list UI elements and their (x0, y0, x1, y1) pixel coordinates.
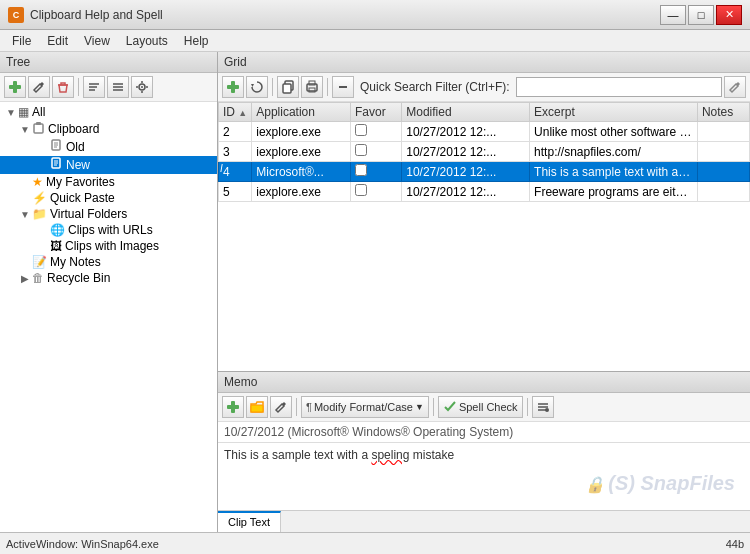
col-header-favor[interactable]: Favor (351, 103, 402, 122)
tree-item-favorites[interactable]: ★ My Favorites (0, 174, 217, 190)
memo-add-button[interactable] (222, 396, 244, 418)
grid-add-button[interactable] (222, 76, 244, 98)
table-row[interactable]: 5 iexplore.exe 10/27/2012 12:... Freewar… (219, 182, 750, 202)
memo-toolbar: ¶ Modify Format/Case ▼ Spell Check (218, 393, 750, 422)
tree-item-new[interactable]: New (0, 156, 217, 174)
spell-label: Spell Check (459, 401, 518, 413)
memo-sep2 (433, 398, 434, 416)
format-icon: ¶ (306, 401, 312, 413)
close-button[interactable]: ✕ (716, 5, 742, 25)
memo-sep1 (296, 398, 297, 416)
menu-file[interactable]: File (4, 32, 39, 50)
menubar: File Edit View Layouts Help (0, 30, 750, 52)
svg-rect-18 (34, 124, 43, 133)
cell-modified: 10/27/2012 12:... (402, 162, 530, 182)
expand-clipboard-icon[interactable]: ▼ (18, 122, 32, 136)
table-row[interactable]: 3 iexplore.exe 10/27/2012 12:... http://… (219, 142, 750, 162)
tree-label-notes: My Notes (50, 255, 101, 269)
tree-item-recycle[interactable]: ▶ 🗑 Recycle Bin (0, 270, 217, 286)
favorites-icon: ★ (32, 175, 43, 189)
table-row[interactable]: I4 Microsoft®... 10/27/2012 12:... This … (219, 162, 750, 182)
tree-label-clipboard: Clipboard (48, 122, 99, 136)
dropdown-arrow-icon: ▼ (415, 402, 424, 412)
tree-edit-button[interactable] (28, 76, 50, 98)
tree-item-clipboard[interactable]: ▼ Clipboard (0, 120, 217, 138)
grid-dash-button[interactable] (332, 76, 354, 98)
col-header-application[interactable]: Application (252, 103, 351, 122)
maximize-button[interactable]: □ (688, 5, 714, 25)
cell-favor[interactable] (351, 162, 402, 182)
tree-sort-button[interactable] (83, 76, 105, 98)
favor-checkbox[interactable] (355, 144, 367, 156)
tab-clip-text[interactable]: Clip Text (218, 511, 281, 532)
tree-label-quickpaste: Quick Paste (50, 191, 115, 205)
tree-label-new: New (66, 158, 90, 172)
memo-date-line: 10/27/2012 (Microsoft® Windows® Operatin… (218, 422, 750, 443)
search-label: Quick Search Filter (Ctrl+F): (360, 80, 510, 94)
favor-checkbox[interactable] (355, 164, 367, 176)
minimize-button[interactable]: — (660, 5, 686, 25)
cell-notes (697, 182, 749, 202)
favor-checkbox[interactable] (355, 184, 367, 196)
memo-text-area: This is a sample text with a speling mis… (218, 443, 750, 510)
expand-recycle-icon[interactable]: ▶ (18, 271, 32, 285)
clipurls-icon: 🌐 (50, 223, 65, 237)
tree-toolbar-separator (78, 78, 79, 96)
tree-item-all[interactable]: ▼ ▦ All (0, 104, 217, 120)
memo-options-button[interactable] (532, 396, 554, 418)
tree-content: ▼ ▦ All ▼ Clipboard Old (0, 102, 217, 532)
cell-excerpt: http://snapfiles.com/ (530, 142, 698, 162)
spell-check-button[interactable]: Spell Check (438, 396, 523, 418)
right-panel: Grid Quick Search Filt (218, 52, 750, 532)
tree-add-button[interactable] (4, 76, 26, 98)
tree-item-quickpaste[interactable]: ⚡ Quick Paste (0, 190, 217, 206)
tree-settings-button[interactable] (131, 76, 153, 98)
col-header-modified[interactable]: Modified (402, 103, 530, 122)
grid-toolbar-sep1 (272, 78, 273, 96)
grid-print-button[interactable] (301, 76, 323, 98)
col-header-excerpt[interactable]: Excerpt (530, 103, 698, 122)
tree-label-clipurls: Clips with URLs (68, 223, 153, 237)
tree-item-old[interactable]: Old (0, 138, 217, 156)
cell-id: I4 (219, 162, 252, 182)
grid-section: Grid Quick Search Filt (218, 52, 750, 372)
menu-view[interactable]: View (76, 32, 118, 50)
tree-item-clipimages[interactable]: 🖼 Clips with Images (0, 238, 217, 254)
favor-checkbox[interactable] (355, 124, 367, 136)
window-controls: — □ ✕ (660, 5, 742, 25)
table-row[interactable]: 2 iexplore.exe 10/27/2012 12:... Unlike … (219, 122, 750, 142)
all-icon: ▦ (18, 105, 29, 119)
memo-tabs: Clip Text (218, 510, 750, 532)
col-header-notes[interactable]: Notes (697, 103, 749, 122)
cell-excerpt: This is a sample text with a speling mis… (530, 162, 698, 182)
tree-more-button[interactable] (107, 76, 129, 98)
memo-edit-button[interactable] (270, 396, 292, 418)
cell-excerpt: Unlike most other software download site… (530, 122, 698, 142)
tree-item-clipurls[interactable]: 🌐 Clips with URLs (0, 222, 217, 238)
grid-copy-button[interactable] (277, 76, 299, 98)
statusbar: ActiveWindow: WinSnap64.exe 44b (0, 532, 750, 554)
memo-folder-button[interactable] (246, 396, 268, 418)
misspelled-word: speling (371, 448, 409, 462)
format-label: Modify Format/Case (314, 401, 413, 413)
format-button[interactable]: ¶ Modify Format/Case ▼ (301, 396, 429, 418)
menu-edit[interactable]: Edit (39, 32, 76, 50)
cell-favor[interactable] (351, 142, 402, 162)
expand-fav-spacer (18, 175, 32, 189)
cell-favor[interactable] (351, 182, 402, 202)
search-input[interactable] (516, 77, 722, 97)
expand-virtual-icon[interactable]: ▼ (18, 207, 32, 221)
grid-table-container[interactable]: ID ▲ Application Favor Modified Excerpt … (218, 102, 750, 371)
tree-item-virtual[interactable]: ▼ 📁 Virtual Folders (0, 206, 217, 222)
col-header-id[interactable]: ID ▲ (219, 103, 252, 122)
grid-refresh-button[interactable] (246, 76, 268, 98)
tree-delete-button[interactable] (52, 76, 74, 98)
cell-favor[interactable] (351, 122, 402, 142)
cell-notes (697, 162, 749, 182)
tree-item-notes[interactable]: 📝 My Notes (0, 254, 217, 270)
menu-layouts[interactable]: Layouts (118, 32, 176, 50)
expand-all-icon[interactable]: ▼ (4, 105, 18, 119)
menu-help[interactable]: Help (176, 32, 217, 50)
grid-edit-pencil-button[interactable] (724, 76, 746, 98)
snapfiles-watermark: 🔒(S) SnapFiles (585, 472, 735, 495)
